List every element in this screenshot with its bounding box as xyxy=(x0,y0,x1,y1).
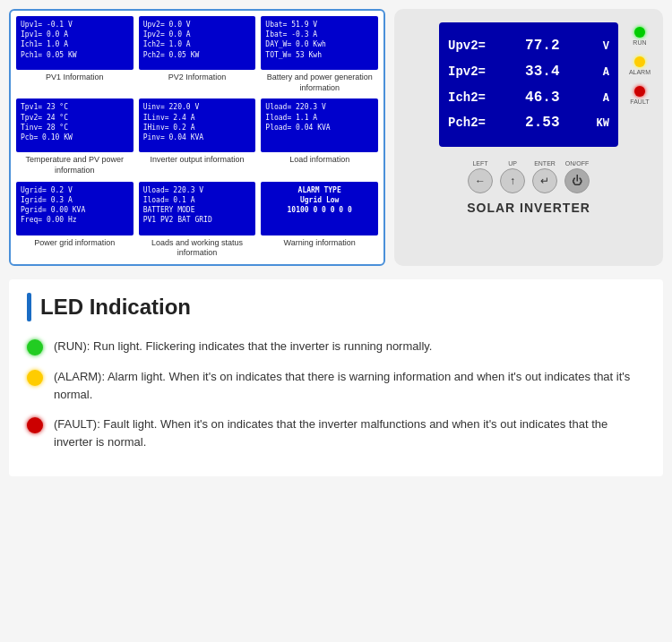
panel-line: BATTERY MODE xyxy=(143,205,252,215)
lcd-row-value: 77.2 xyxy=(511,33,560,59)
buttons-row: LEFT←UP↑ENTER↵ON/OFF⏻ xyxy=(468,160,590,193)
panel-label-warning: Warning information xyxy=(261,238,378,249)
btn-label-enter: ENTER xyxy=(534,160,556,167)
panel-line: Igrid= 0.3 A xyxy=(21,195,129,205)
led-device-item-yellow: ALARM xyxy=(629,56,650,75)
panel-line: 10100 0 0 0 0 0 xyxy=(265,205,374,215)
panel-line: Pcb= 0.10 KW xyxy=(21,133,129,142)
lcd-row-value: 2.53 xyxy=(511,110,560,136)
lcd-row: Pch2=2.53KW xyxy=(448,110,609,136)
led-title: LED Indication xyxy=(40,295,191,320)
btn-label-up: UP xyxy=(508,160,517,167)
panel-line: Ich1= 1.0 A xyxy=(21,39,129,49)
panel-wrapper-battery: Ubat= 51.9 VIbat= -0.3 ADAY_W= 0.0 KwhTO… xyxy=(261,16,378,93)
panel-line: ILinv= 2.4 A xyxy=(143,113,252,123)
panel-line: Tinv= 28 °C xyxy=(21,123,129,133)
led-section: LED Indication (RUN): Run light. Flicker… xyxy=(9,279,663,476)
panel-label-inverter: Inverter output information xyxy=(139,155,256,166)
panel-line: Ugrid Low xyxy=(265,195,374,205)
ctrl-btn-left[interactable]: ← xyxy=(468,168,493,193)
led-title-row: LED Indication xyxy=(27,293,645,321)
lcd-row-label: Pch2= xyxy=(448,112,486,134)
panel-line: Uinv= 220.0 V xyxy=(143,102,252,112)
panel-line: Pch1= 0.05 KW xyxy=(21,50,129,60)
panel-line: Ubat= 51.9 V xyxy=(265,20,374,30)
lcd-row-label: Ipv2= xyxy=(448,61,486,83)
lcd-row-unit: A xyxy=(584,64,609,83)
panel-label-grid: Power grid information xyxy=(16,238,134,249)
panel-label-temp: Temperature and PV power information xyxy=(16,155,134,175)
panel-line: Iload= 1.1 A xyxy=(265,113,374,123)
lcd-row-unit: A xyxy=(584,90,609,109)
panel-label-pv2: PV2 Information xyxy=(139,73,256,83)
led-device-label-red: FAULT xyxy=(630,98,649,105)
lcd-row-label: Upv2= xyxy=(448,35,486,57)
panel-pv2: Upv2= 0.0 VIpv2= 0.0 AIch2= 1.0 APch2= 0… xyxy=(139,16,256,70)
panel-wrapper-grid: Ugrid= 0.2 VIgrid= 0.3 APgrid= 0.00 KVAF… xyxy=(16,182,134,259)
led-desc-green: (RUN): Run light. Flickering indicates t… xyxy=(54,338,432,355)
lcd-row-label: Ich2= xyxy=(448,87,486,109)
led-dot-green xyxy=(634,27,645,38)
panels-grid: Upv1= -0.1 VIpv1= 0.0 AIch1= 1.0 APch1= … xyxy=(16,16,378,259)
led-dot-yellow xyxy=(634,56,645,67)
panel-wrapper-inverter: Uinv= 220.0 VILinv= 2.4 AIHinv= 0.2 APin… xyxy=(139,98,256,175)
led-entries: (RUN): Run light. Flickering indicates t… xyxy=(27,338,645,450)
panel-wrapper-load: Uload= 220.3 VIload= 1.1 APload= 0.04 KV… xyxy=(261,98,378,175)
btn-group-up: UP↑ xyxy=(500,160,525,193)
panel-wrapper-pv1: Upv1= -0.1 VIpv1= 0.0 AIch1= 1.0 APch1= … xyxy=(16,16,134,93)
led-device-item-green: RUN xyxy=(633,27,646,46)
info-panels: Upv1= -0.1 VIpv1= 0.0 AIch1= 1.0 APch1= … xyxy=(9,9,385,266)
panel-line: Ipv2= 0.0 A xyxy=(143,30,252,39)
btn-label-left: LEFT xyxy=(472,160,487,167)
btn-group-enter: ENTER↵ xyxy=(532,160,557,193)
panel-line: Ugrid= 0.2 V xyxy=(21,185,129,195)
panel-line: Pload= 0.04 KVA xyxy=(265,123,374,133)
panel-line: IHinv= 0.2 A xyxy=(143,123,252,133)
led-device-label-green: RUN xyxy=(633,39,646,46)
panel-line: Freq= 0.00 Hz xyxy=(21,215,129,225)
lcd-row-value: 46.3 xyxy=(511,85,560,111)
panel-pv1: Upv1= -0.1 VIpv1= 0.0 AIch1= 1.0 APch1= … xyxy=(16,16,134,70)
panel-warning: ALARM TYPEUgrid Low10100 0 0 0 0 0 xyxy=(261,182,378,235)
panel-label-loads_status: Loads and working status information xyxy=(139,238,256,259)
panel-line: Pinv= 0.04 KVA xyxy=(143,133,252,142)
lcd-row: Ipv2=33.4A xyxy=(448,59,609,85)
led-desc-yellow: (ALARM): Alarm light. When it's on indic… xyxy=(54,368,645,403)
panel-line: Upv1= -0.1 V xyxy=(21,20,129,30)
led-desc-red: (FAULT): Fault light. When it's on indic… xyxy=(54,415,645,450)
panel-line: Ipv1= 0.0 A xyxy=(21,30,129,39)
panel-wrapper-warning: ALARM TYPEUgrid Low10100 0 0 0 0 0Warnin… xyxy=(261,182,378,259)
led-entry-yellow: (ALARM): Alarm light. When it's on indic… xyxy=(27,368,645,403)
panel-temp: Tpv1= 23 °CTpv2= 24 °CTinv= 28 °CPcb= 0.… xyxy=(16,98,134,152)
panel-battery: Ubat= 51.9 VIbat= -0.3 ADAY_W= 0.0 KwhTO… xyxy=(261,16,378,70)
led-device-item-red: FAULT xyxy=(630,86,649,105)
panel-inverter: Uinv= 220.0 VILinv= 2.4 AIHinv= 0.2 APin… xyxy=(139,98,256,152)
inverter-device: Upv2=77.2VIpv2=33.4AIch2=46.3APch2=2.53K… xyxy=(394,9,663,266)
panel-line: Pch2= 0.05 KW xyxy=(143,50,252,60)
panel-label-load: Load information xyxy=(261,155,378,166)
ctrl-btn-enter[interactable]: ↵ xyxy=(532,168,557,193)
btn-group-left: LEFT← xyxy=(468,160,493,193)
panel-line: Iload= 0.1 A xyxy=(143,195,252,205)
led-circle-green xyxy=(27,339,43,355)
panel-line: Ich2= 1.0 A xyxy=(143,39,252,49)
lcd-row-value: 33.4 xyxy=(511,59,560,85)
led-device-label-yellow: ALARM xyxy=(629,69,650,75)
led-dot-red xyxy=(634,86,645,97)
panel-line: Upv2= 0.0 V xyxy=(143,20,252,30)
panel-line: Pgrid= 0.00 KVA xyxy=(21,205,129,215)
led-entry-red: (FAULT): Fault light. When it's on indic… xyxy=(27,415,645,450)
btn-label-on/off: ON/OFF xyxy=(565,160,589,167)
leds-side: RUNALARMFAULT xyxy=(629,27,650,105)
lcd-row-unit: V xyxy=(584,38,609,57)
lcd-row: Ich2=46.3A xyxy=(448,85,609,111)
device-label: SOLAR INVERTER xyxy=(467,201,590,215)
panel-label-battery: Battery and power generation information xyxy=(261,73,378,93)
ctrl-btn-up[interactable]: ↑ xyxy=(500,168,525,193)
lcd-row-unit: KW xyxy=(584,115,609,134)
led-circle-red xyxy=(27,417,43,433)
panel-line: Uload= 220.3 V xyxy=(265,102,374,112)
panel-load: Uload= 220.3 VIload= 1.1 APload= 0.04 KV… xyxy=(261,98,378,152)
ctrl-btn-on/off[interactable]: ⏻ xyxy=(564,168,590,193)
panel-wrapper-temp: Tpv1= 23 °CTpv2= 24 °CTinv= 28 °CPcb= 0.… xyxy=(16,98,134,175)
